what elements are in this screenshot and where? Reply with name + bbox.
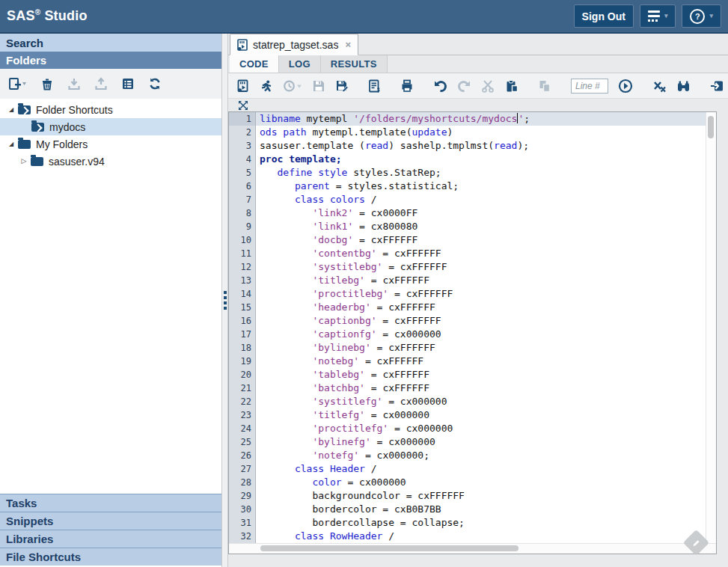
code-line[interactable]: proc template; bbox=[256, 153, 706, 166]
code-line[interactable]: 'contentbg' = cxFFFFFF bbox=[256, 247, 706, 260]
indent-button[interactable] bbox=[710, 79, 724, 93]
tab-log[interactable]: LOG bbox=[279, 55, 321, 73]
code-line[interactable]: define style styles.StatRep; bbox=[256, 166, 706, 180]
code-line[interactable]: 'titlebg' = cxFFFFFF bbox=[256, 274, 706, 287]
maximize-editor-button[interactable] bbox=[238, 100, 248, 111]
code-line[interactable]: class RowHeader / bbox=[256, 530, 706, 543]
clear-code-button[interactable] bbox=[652, 79, 667, 93]
code-line[interactable]: 'captionbg' = cxFFFFFF bbox=[256, 314, 706, 328]
delete-button[interactable] bbox=[40, 77, 54, 91]
copy-button[interactable] bbox=[538, 79, 551, 93]
code-line[interactable]: 'link2' = cx0000FF bbox=[256, 206, 706, 220]
tab-statrep-tagset[interactable]: statrep_tagset.sas × bbox=[230, 34, 358, 55]
horizontal-scroll-thumb[interactable] bbox=[260, 545, 519, 551]
code-line[interactable]: 'batchbg' = cxFFFFFF bbox=[256, 381, 706, 395]
code-line[interactable]: color = cx000000 bbox=[256, 476, 706, 489]
code-line[interactable]: 'proctitlebg' = cxFFFFFF bbox=[256, 287, 706, 301]
new-shortcut-button[interactable] bbox=[9, 77, 27, 91]
vertical-scroll-thumb[interactable] bbox=[708, 116, 714, 138]
line-number: 25 bbox=[229, 435, 255, 449]
code-line[interactable]: ods path mytempl.template(update) bbox=[256, 126, 706, 139]
expand-icon[interactable]: ▷ bbox=[19, 158, 29, 165]
horizontal-scrollbar[interactable] bbox=[229, 543, 716, 554]
upload-button[interactable] bbox=[94, 77, 108, 91]
save-as-icon bbox=[335, 79, 349, 93]
code-line[interactable]: bordercollapse = collapse; bbox=[256, 516, 706, 530]
properties-button[interactable] bbox=[121, 77, 135, 91]
code-line[interactable]: 'link1' = cx800080 bbox=[256, 220, 706, 233]
collapse-icon[interactable]: ◢ bbox=[6, 141, 16, 147]
run-button[interactable] bbox=[260, 79, 273, 93]
vertical-scrollbar[interactable] bbox=[706, 112, 716, 543]
submission-history-button[interactable] bbox=[283, 79, 302, 93]
code-line[interactable]: 'systitlebg' = cxFFFFFF bbox=[256, 260, 706, 274]
tree-item-my-folders[interactable]: ◢ My Folders bbox=[0, 135, 221, 153]
go-circle-icon bbox=[618, 79, 633, 94]
redo-arrow-icon bbox=[457, 79, 471, 93]
line-number: 16 bbox=[229, 314, 255, 328]
code-line[interactable]: 'proctitlefg' = cx000000 bbox=[256, 422, 706, 435]
code-line[interactable]: 'systitlefg' = cx000000 bbox=[256, 395, 706, 408]
goto-line-input[interactable] bbox=[571, 79, 608, 94]
section-libraries[interactable]: Libraries bbox=[0, 530, 221, 548]
code-line[interactable]: 'bylinebg' = cxFFFFFF bbox=[256, 341, 706, 355]
save-button[interactable] bbox=[312, 79, 325, 93]
code-line[interactable]: libname mytempl '/folders/myshortcuts/my… bbox=[256, 112, 706, 126]
code-line[interactable]: class colors / bbox=[256, 193, 706, 206]
tab-code[interactable]: CODE bbox=[230, 55, 279, 73]
code-line[interactable]: parent = styles.statistical; bbox=[256, 180, 706, 193]
find-replace-button[interactable] bbox=[676, 79, 691, 93]
code-line[interactable]: 'bylinefg' = cx000000 bbox=[256, 435, 706, 449]
application-menu-button[interactable]: ▾ bbox=[640, 4, 676, 28]
goto-line-button[interactable] bbox=[618, 79, 633, 94]
code-line[interactable]: 'notebg' = cxFFFFFF bbox=[256, 355, 706, 368]
section-snippets[interactable]: Snippets bbox=[0, 512, 221, 530]
line-number: 4 bbox=[229, 153, 255, 166]
section-file-shortcuts[interactable]: File Shortcuts bbox=[0, 548, 221, 566]
navigation-accordion: Tasks Snippets Libraries File Shortcuts bbox=[0, 494, 221, 567]
print-button[interactable] bbox=[400, 79, 414, 93]
close-icon[interactable]: × bbox=[345, 39, 351, 50]
section-search[interactable]: Search bbox=[0, 34, 221, 52]
cut-button[interactable] bbox=[481, 79, 495, 93]
tree-item-sasuser-v94[interactable]: ▷ sasuser.v94 bbox=[0, 153, 221, 170]
line-number: 24 bbox=[229, 422, 255, 435]
code-line[interactable]: sasuser.template (read) sashelp.tmplmst(… bbox=[256, 139, 706, 153]
section-folders[interactable]: Folders bbox=[0, 52, 221, 69]
tree-item-mydocs[interactable]: mydocs bbox=[0, 118, 221, 135]
code-area[interactable]: libname mytempl '/folders/myshortcuts/my… bbox=[256, 112, 706, 543]
code-line[interactable]: 'notefg' = cx000000; bbox=[256, 449, 706, 462]
code-line[interactable]: 'titlefg' = cx000000 bbox=[256, 408, 706, 422]
line-number: 9 bbox=[229, 220, 255, 233]
paste-button[interactable] bbox=[505, 79, 519, 93]
collapse-icon[interactable]: ◢ bbox=[6, 107, 16, 113]
code-line[interactable]: 'headerbg' = cxFFFFFF bbox=[256, 301, 706, 314]
chevron-down-icon: ▾ bbox=[709, 13, 713, 19]
code-line[interactable]: 'captionfg' = cx000000 bbox=[256, 328, 706, 341]
help-menu-button[interactable]: ? ▾ bbox=[682, 4, 721, 28]
pane-splitter[interactable] bbox=[221, 34, 228, 567]
line-number: 23 bbox=[229, 408, 255, 422]
new-program-button[interactable] bbox=[237, 79, 250, 93]
tab-results[interactable]: RESULTS bbox=[321, 55, 388, 73]
pencil-icon bbox=[692, 539, 701, 548]
save-as-button[interactable] bbox=[335, 79, 349, 93]
code-line[interactable]: backgroundcolor = cxFFFFFF bbox=[256, 489, 706, 503]
navigation-pane: Search Folders bbox=[0, 34, 221, 567]
download-button[interactable] bbox=[67, 77, 81, 91]
code-line[interactable]: 'docbg' = cxFFFFFF bbox=[256, 233, 706, 247]
line-number: 10 bbox=[229, 233, 255, 247]
sign-out-button[interactable]: Sign Out bbox=[574, 4, 634, 28]
refresh-button[interactable] bbox=[148, 77, 162, 91]
code-line[interactable]: class Header / bbox=[256, 462, 706, 476]
scissors-icon bbox=[481, 79, 495, 93]
undo-button[interactable] bbox=[433, 79, 447, 93]
line-number: 7 bbox=[229, 193, 255, 206]
sas-studio-window: SAS® Studio Sign Out ▾ ? ▾ Search Folder… bbox=[0, 0, 728, 567]
code-line[interactable]: bordercolor = cxB0B7BB bbox=[256, 503, 706, 516]
tree-item-folder-shortcuts[interactable]: ◢ Folder Shortcuts bbox=[0, 101, 221, 118]
redo-button[interactable] bbox=[457, 79, 471, 93]
edit-source-button[interactable] bbox=[368, 79, 381, 93]
section-tasks[interactable]: Tasks bbox=[0, 494, 221, 512]
code-line[interactable]: 'tablebg' = cxFFFFFF bbox=[256, 368, 706, 381]
